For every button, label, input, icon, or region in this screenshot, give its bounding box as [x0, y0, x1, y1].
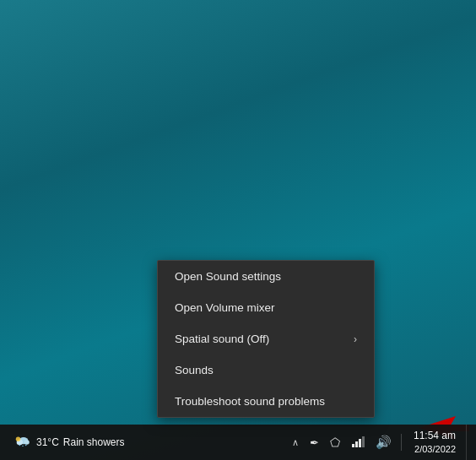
chevron-right-icon: › [354, 333, 357, 345]
menu-item-label: Sounds [175, 364, 214, 376]
taskbar: 31°C Rain showers ∧ ✒ ⬠ [0, 425, 476, 460]
system-tray: ∧ ✒ ⬠ 🔊 [289, 433, 403, 452]
clock-time: 11:54 am [414, 429, 456, 443]
context-menu-troubleshoot-sound[interactable]: Troubleshoot sound problems [158, 386, 374, 417]
context-menu-open-volume-mixer[interactable]: Open Volume mixer [158, 292, 374, 323]
weather-description: Rain showers [63, 436, 125, 448]
menu-item-label: Troubleshoot sound problems [175, 395, 325, 408]
context-menu-open-sound-settings[interactable]: Open Sound settings [158, 261, 374, 292]
pen-icon[interactable]: ✒ [306, 435, 322, 451]
weather-temperature: 31°C [36, 436, 59, 448]
tray-separator [401, 434, 402, 451]
svg-rect-11 [359, 439, 361, 447]
network-icon[interactable] [348, 433, 368, 452]
show-hidden-icons-button[interactable]: ∧ [289, 436, 302, 450]
weather-icon [14, 433, 32, 452]
menu-item-label: Open Volume mixer [175, 301, 275, 314]
clock-date: 2/03/2022 [414, 443, 456, 456]
menu-item-label: Open Sound settings [175, 270, 281, 283]
svg-point-4 [24, 440, 29, 445]
svg-point-8 [16, 437, 21, 442]
volume-icon[interactable]: 🔊 [372, 433, 395, 452]
bluetooth-icon[interactable]: ⬠ [327, 434, 343, 451]
context-menu-sounds[interactable]: Sounds [158, 354, 374, 386]
svg-rect-6 [22, 446, 24, 446]
taskbar-left: 31°C Rain showers [0, 430, 289, 455]
svg-rect-9 [352, 444, 354, 447]
svg-rect-5 [19, 445, 20, 446]
svg-rect-10 [355, 441, 358, 447]
system-clock[interactable]: 11:54 am 2/03/2022 [407, 427, 462, 457]
taskbar-right: ∧ ✒ ⬠ 🔊 [289, 425, 476, 460]
svg-rect-12 [362, 436, 365, 447]
context-menu: Open Sound settings Open Volume mixer Sp… [157, 260, 375, 418]
svg-rect-7 [25, 445, 27, 446]
context-menu-spatial-sound[interactable]: Spatial sound (Off) › [158, 323, 374, 354]
weather-widget[interactable]: 31°C Rain showers [7, 430, 132, 455]
desktop: Open Sound settings Open Volume mixer Sp… [0, 0, 476, 460]
show-desktop-button[interactable] [466, 425, 471, 460]
menu-item-label: Spatial sound (Off) [175, 333, 269, 345]
